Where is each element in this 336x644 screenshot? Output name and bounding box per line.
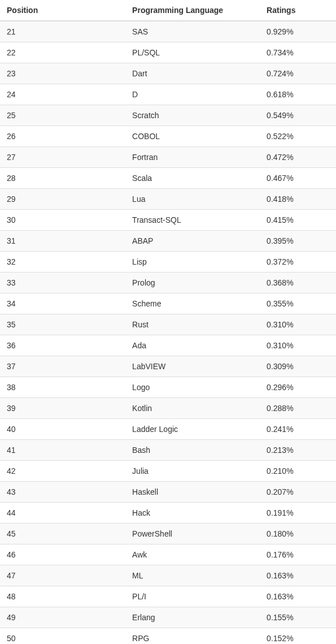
cell-language: LabVIEW	[128, 356, 262, 377]
cell-language: Haskell	[128, 482, 262, 503]
cell-position: 24	[0, 84, 128, 105]
cell-ratings: 0.372%	[262, 252, 336, 273]
cell-language: Logo	[128, 377, 262, 398]
cell-position: 34	[0, 293, 128, 314]
cell-ratings: 0.191%	[262, 503, 336, 524]
cell-position: 49	[0, 607, 128, 628]
table-row: 39Kotlin0.288%	[0, 398, 336, 419]
table-row: 38Logo0.296%	[0, 377, 336, 398]
cell-ratings: 0.415%	[262, 210, 336, 231]
table-row: 29Lua0.418%	[0, 189, 336, 210]
cell-ratings: 0.368%	[262, 273, 336, 293]
cell-language: Fortran	[128, 147, 262, 168]
cell-language: Hack	[128, 503, 262, 524]
cell-position: 26	[0, 126, 128, 147]
table-row: 35Rust0.310%	[0, 314, 336, 335]
cell-language: SAS	[128, 21, 262, 42]
cell-position: 32	[0, 252, 128, 273]
cell-language: Ada	[128, 335, 262, 356]
cell-position: 48	[0, 586, 128, 607]
cell-ratings: 0.467%	[262, 168, 336, 189]
table-row: 45PowerShell0.180%	[0, 524, 336, 544]
cell-position: 29	[0, 189, 128, 210]
cell-ratings: 0.288%	[262, 398, 336, 419]
cell-position: 28	[0, 168, 128, 189]
cell-position: 37	[0, 356, 128, 377]
cell-ratings: 0.163%	[262, 586, 336, 607]
table-row: 21SAS0.929%	[0, 21, 336, 42]
cell-position: 45	[0, 524, 128, 544]
table-row: 32Lisp0.372%	[0, 252, 336, 273]
cell-language: RPG	[128, 628, 262, 645]
table-row: 24D0.618%	[0, 84, 336, 105]
cell-position: 44	[0, 503, 128, 524]
cell-ratings: 0.310%	[262, 335, 336, 356]
cell-position: 36	[0, 335, 128, 356]
cell-ratings: 0.213%	[262, 440, 336, 461]
cell-language: Lua	[128, 189, 262, 210]
cell-language: Ladder Logic	[128, 419, 262, 440]
cell-ratings: 0.310%	[262, 314, 336, 335]
cell-language: Erlang	[128, 607, 262, 628]
cell-position: 25	[0, 105, 128, 126]
cell-language: Transact-SQL	[128, 210, 262, 231]
table-row: 44Hack0.191%	[0, 503, 336, 524]
cell-position: 33	[0, 273, 128, 293]
cell-position: 43	[0, 482, 128, 503]
table-row: 26COBOL0.522%	[0, 126, 336, 147]
table-row: 46Awk0.176%	[0, 544, 336, 565]
cell-position: 22	[0, 42, 128, 63]
cell-ratings: 0.180%	[262, 524, 336, 544]
cell-ratings: 0.418%	[262, 189, 336, 210]
table-row: 31ABAP0.395%	[0, 231, 336, 252]
header-position: Position	[0, 0, 128, 21]
cell-position: 27	[0, 147, 128, 168]
cell-language: Julia	[128, 461, 262, 482]
table-row: 28Scala0.467%	[0, 168, 336, 189]
cell-language: Awk	[128, 544, 262, 565]
cell-position: 42	[0, 461, 128, 482]
cell-ratings: 0.309%	[262, 356, 336, 377]
table-row: 23Dart0.724%	[0, 63, 336, 84]
cell-language: PL/SQL	[128, 42, 262, 63]
cell-ratings: 0.152%	[262, 628, 336, 645]
table-row: 40Ladder Logic0.241%	[0, 419, 336, 440]
table-row: 34Scheme0.355%	[0, 293, 336, 314]
cell-ratings: 0.163%	[262, 565, 336, 586]
header-language: Programming Language	[128, 0, 262, 21]
cell-position: 39	[0, 398, 128, 419]
table-header-row: Position Programming Language Ratings	[0, 0, 336, 21]
table-row: 41Bash0.213%	[0, 440, 336, 461]
cell-ratings: 0.241%	[262, 419, 336, 440]
cell-position: 21	[0, 21, 128, 42]
cell-ratings: 0.522%	[262, 126, 336, 147]
cell-ratings: 0.155%	[262, 607, 336, 628]
cell-position: 23	[0, 63, 128, 84]
language-ratings-table: Position Programming Language Ratings 21…	[0, 0, 336, 644]
cell-position: 40	[0, 419, 128, 440]
table-row: 27Fortran0.472%	[0, 147, 336, 168]
cell-position: 50	[0, 628, 128, 645]
cell-language: Scheme	[128, 293, 262, 314]
cell-language: Dart	[128, 63, 262, 84]
cell-ratings: 0.176%	[262, 544, 336, 565]
cell-ratings: 0.929%	[262, 21, 336, 42]
table-row: 50RPG0.152%	[0, 628, 336, 645]
cell-ratings: 0.549%	[262, 105, 336, 126]
cell-position: 41	[0, 440, 128, 461]
cell-language: D	[128, 84, 262, 105]
table-row: 49Erlang0.155%	[0, 607, 336, 628]
cell-ratings: 0.296%	[262, 377, 336, 398]
cell-language: ML	[128, 565, 262, 586]
table-row: 48PL/I0.163%	[0, 586, 336, 607]
table-row: 22PL/SQL0.734%	[0, 42, 336, 63]
cell-position: 46	[0, 544, 128, 565]
table-row: 36Ada0.310%	[0, 335, 336, 356]
cell-position: 31	[0, 231, 128, 252]
cell-ratings: 0.724%	[262, 63, 336, 84]
cell-language: Bash	[128, 440, 262, 461]
table-row: 42Julia0.210%	[0, 461, 336, 482]
cell-position: 35	[0, 314, 128, 335]
table-row: 30Transact-SQL0.415%	[0, 210, 336, 231]
table-row: 47ML0.163%	[0, 565, 336, 586]
